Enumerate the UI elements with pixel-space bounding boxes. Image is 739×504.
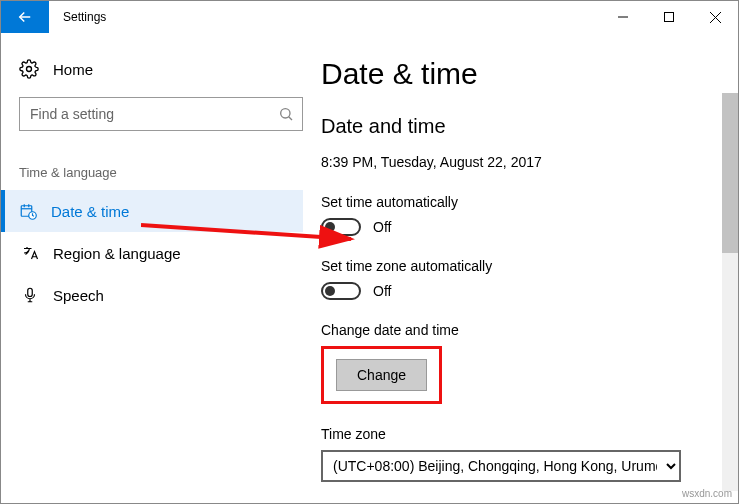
set-time-auto-label: Set time automatically (321, 194, 726, 210)
svg-rect-1 (665, 13, 674, 22)
svg-line-6 (289, 117, 292, 120)
home-link[interactable]: Home (19, 51, 303, 97)
content-panel: Date & time Date and time 8:39 PM, Tuesd… (321, 33, 738, 503)
section-title: Date and time (321, 115, 726, 138)
microphone-icon (21, 286, 39, 304)
arrow-left-icon (16, 8, 34, 26)
watermark: wsxdn.com (682, 488, 732, 499)
maximize-icon (664, 12, 674, 22)
search-input[interactable] (28, 105, 278, 123)
titlebar: Settings (1, 1, 738, 33)
scrollbar[interactable] (722, 93, 738, 491)
tz-label: Time zone (321, 426, 726, 442)
set-tz-auto-label: Set time zone automatically (321, 258, 726, 274)
set-tz-auto-state: Off (373, 283, 391, 299)
sidebar-item-label: Date & time (51, 203, 129, 220)
svg-point-4 (27, 67, 32, 72)
home-label: Home (53, 61, 93, 78)
set-time-auto-state: Off (373, 219, 391, 235)
svg-rect-12 (28, 288, 33, 296)
set-tz-auto-toggle[interactable] (321, 282, 361, 300)
highlight-box: Change (321, 346, 442, 404)
sidebar-item-date-time[interactable]: Date & time (1, 190, 303, 232)
minimize-icon (618, 12, 628, 22)
page-title: Date & time (321, 57, 726, 91)
language-icon (21, 244, 39, 262)
calendar-clock-icon (19, 202, 37, 220)
close-button[interactable] (692, 1, 738, 33)
scroll-thumb[interactable] (722, 93, 738, 253)
sidebar-item-label: Region & language (53, 245, 181, 262)
minimize-button[interactable] (600, 1, 646, 33)
sidebar-item-speech[interactable]: Speech (19, 274, 303, 316)
window-title: Settings (49, 10, 106, 24)
set-time-auto-toggle[interactable] (321, 218, 361, 236)
search-icon (278, 106, 294, 122)
change-dt-label: Change date and time (321, 322, 726, 338)
change-button[interactable]: Change (336, 359, 427, 391)
sidebar-item-region-language[interactable]: Region & language (19, 232, 303, 274)
maximize-button[interactable] (646, 1, 692, 33)
gear-icon (19, 59, 39, 79)
timezone-select[interactable]: (UTC+08:00) Beijing, Chongqing, Hong Kon… (321, 450, 681, 482)
search-box[interactable] (19, 97, 303, 131)
window-controls (600, 1, 738, 33)
toggle-knob (325, 286, 335, 296)
current-datetime: 8:39 PM, Tuesday, August 22, 2017 (321, 154, 726, 170)
close-icon (710, 12, 721, 23)
sidebar: Home Time & language Date & time Region … (1, 33, 321, 503)
svg-point-5 (281, 109, 290, 118)
back-button[interactable] (1, 1, 49, 33)
sidebar-item-label: Speech (53, 287, 104, 304)
toggle-knob (325, 222, 335, 232)
section-header: Time & language (19, 165, 303, 180)
